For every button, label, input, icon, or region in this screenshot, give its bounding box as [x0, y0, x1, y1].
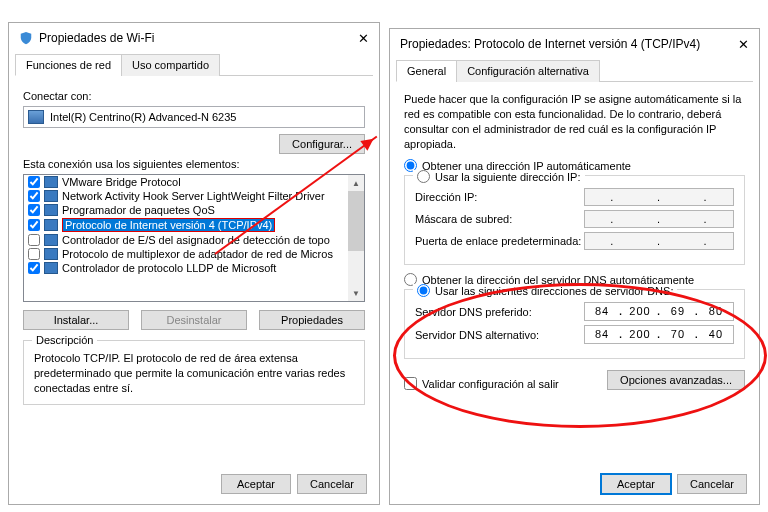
titlebar: Propiedades: Protocolo de Internet versi… [390, 29, 759, 59]
protocol-icon [44, 190, 58, 202]
subnet-input: ... [584, 210, 734, 228]
radio-ip-manual[interactable]: Usar la siguiente dirección IP: [413, 170, 585, 183]
item-checkbox[interactable] [28, 234, 40, 246]
adapter-field: Intel(R) Centrino(R) Advanced-N 6235 [23, 106, 365, 128]
item-checkbox[interactable] [28, 219, 40, 231]
item-label: Controlador de E/S del asignador de dete… [62, 234, 330, 246]
radio-dns-manual[interactable]: Usar las siguientes direcciones de servi… [413, 284, 677, 297]
checkbox-input[interactable] [404, 377, 417, 390]
scroll-down-icon[interactable]: ▼ [348, 285, 364, 301]
ok-button[interactable]: Aceptar [221, 474, 291, 494]
tab-general[interactable]: General [396, 60, 457, 82]
pane-general: Puede hacer que la configuración IP se a… [390, 82, 759, 400]
validate-checkbox[interactable]: Validar configuración al salir [404, 377, 559, 390]
info-text: Puede hacer que la configuración IP se a… [404, 92, 745, 151]
window-title: Propiedades: Protocolo de Internet versi… [400, 37, 700, 51]
cancel-button[interactable]: Cancelar [677, 474, 747, 494]
tabs: Funciones de red Uso compartido [15, 53, 373, 76]
titlebar: Propiedades de Wi-Fi ✕ [9, 23, 379, 53]
item-label: Network Activity Hook Server LightWeight… [62, 190, 325, 202]
properties-button[interactable]: Propiedades [259, 310, 365, 330]
wifi-properties-window: Propiedades de Wi-Fi ✕ Funciones de red … [8, 22, 380, 505]
item-label: Protocolo de Internet versión 4 (TCP/IPv… [62, 218, 275, 232]
close-icon[interactable]: ✕ [358, 31, 369, 46]
scrollbar[interactable]: ▲ ▼ [348, 175, 364, 301]
item-label: Programador de paquetes QoS [62, 204, 215, 216]
advanced-button[interactable]: Opciones avanzadas... [607, 370, 745, 390]
configure-button[interactable]: Configurar... [279, 134, 365, 154]
dns-preferred-label: Servidor DNS preferido: [415, 306, 584, 318]
tabs: General Configuración alternativa [396, 59, 753, 82]
window-title: Propiedades de Wi-Fi [39, 31, 154, 45]
shield-icon [19, 31, 33, 45]
list-item[interactable]: Protocolo de multiplexor de adaptador de… [24, 247, 364, 261]
tab-network[interactable]: Funciones de red [15, 54, 122, 76]
pane-network: Conectar con: Intel(R) Centrino(R) Advan… [9, 76, 379, 415]
cancel-button[interactable]: Cancelar [297, 474, 367, 494]
protocol-icon [44, 176, 58, 188]
close-icon[interactable]: ✕ [738, 37, 749, 52]
ip-address-label: Dirección IP: [415, 191, 584, 203]
nic-icon [28, 110, 44, 124]
elements-label: Esta conexión usa los siguientes element… [23, 158, 365, 170]
protocol-icon [44, 219, 58, 231]
item-checkbox[interactable] [28, 204, 40, 216]
protocol-icon [44, 234, 58, 246]
description-text: Protocolo TCP/IP. El protocolo de red de… [34, 351, 354, 396]
tab-alt-config[interactable]: Configuración alternativa [456, 60, 600, 82]
ip-manual-group: Usar la siguiente dirección IP: Direcció… [404, 175, 745, 265]
dns-preferred-input[interactable]: 84.200.69.80 [584, 302, 734, 321]
list-item[interactable]: Controlador de E/S del asignador de dete… [24, 233, 364, 247]
list-item[interactable]: Network Activity Hook Server LightWeight… [24, 189, 364, 203]
protocol-icon [44, 248, 58, 260]
protocol-icon [44, 262, 58, 274]
item-checkbox[interactable] [28, 262, 40, 274]
list-item[interactable]: Protocolo de Internet versión 4 (TCP/IPv… [24, 217, 364, 233]
item-label: Protocolo de multiplexor de adaptador de… [62, 248, 333, 260]
list-item[interactable]: VMware Bridge Protocol [24, 175, 364, 189]
gateway-label: Puerta de enlace predeterminada: [415, 235, 584, 247]
ipv4-properties-window: Propiedades: Protocolo de Internet versi… [389, 28, 760, 505]
dns-alt-label: Servidor DNS alternativo: [415, 329, 584, 341]
item-checkbox[interactable] [28, 190, 40, 202]
connect-with-label: Conectar con: [23, 90, 365, 102]
gateway-input: ... [584, 232, 734, 250]
tab-sharing[interactable]: Uso compartido [121, 54, 220, 76]
protocol-listbox[interactable]: VMware Bridge ProtocolNetwork Activity H… [23, 174, 365, 302]
description-legend: Descripción [32, 334, 97, 346]
item-label: VMware Bridge Protocol [62, 176, 181, 188]
scroll-up-icon[interactable]: ▲ [348, 175, 364, 191]
radio-input[interactable] [417, 170, 430, 183]
uninstall-button[interactable]: Desinstalar [141, 310, 247, 330]
subnet-label: Máscara de subred: [415, 213, 584, 225]
dns-alt-input[interactable]: 84.200.70.40 [584, 325, 734, 344]
protocol-icon [44, 204, 58, 216]
ok-button[interactable]: Aceptar [601, 474, 671, 494]
item-label: Controlador de protocolo LLDP de Microso… [62, 262, 276, 274]
description-group: Descripción Protocolo TCP/IP. El protoco… [23, 340, 365, 405]
dns-manual-group: Usar las siguientes direcciones de servi… [404, 289, 745, 359]
item-checkbox[interactable] [28, 248, 40, 260]
scroll-thumb[interactable] [348, 191, 364, 251]
radio-input[interactable] [417, 284, 430, 297]
ip-address-input: ... [584, 188, 734, 206]
install-button[interactable]: Instalar... [23, 310, 129, 330]
item-checkbox[interactable] [28, 176, 40, 188]
adapter-name: Intel(R) Centrino(R) Advanced-N 6235 [50, 111, 236, 123]
list-item[interactable]: Programador de paquetes QoS [24, 203, 364, 217]
list-item[interactable]: Controlador de protocolo LLDP de Microso… [24, 261, 364, 275]
